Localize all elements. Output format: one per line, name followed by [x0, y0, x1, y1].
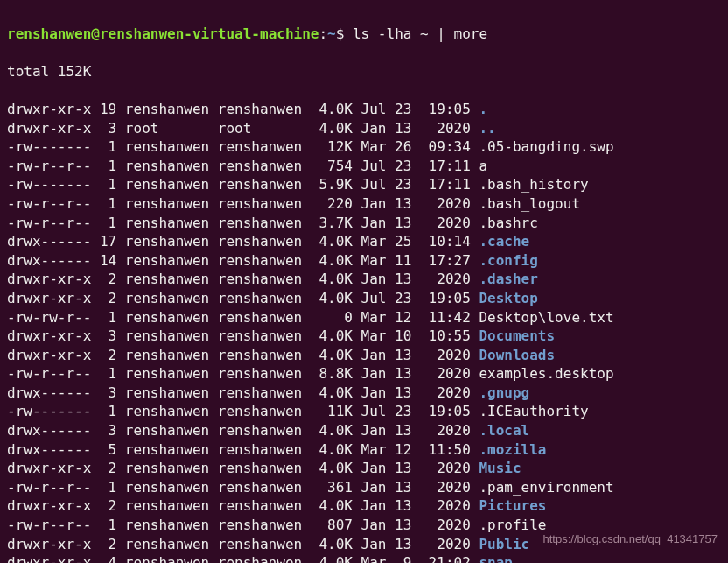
- file-date: Jul 23: [361, 157, 420, 176]
- list-item: drwxr-xr-x2 renshanwenrenshanwen4.0K Jan…: [7, 270, 721, 289]
- file-perm: drwxr-xr-x: [7, 100, 91, 119]
- file-owner: renshanwen: [125, 516, 218, 535]
- list-item: drwxr-xr-x2 renshanwenrenshanwen4.0K Jan…: [7, 496, 721, 516]
- file-size: 12K: [311, 137, 353, 157]
- file-name: .cache: [479, 233, 529, 250]
- terminal-output[interactable]: renshanwen@renshanwen-virtual-machine:~$…: [0, 0, 728, 563]
- file-group: renshanwen: [218, 308, 311, 327]
- file-owner: renshanwen: [125, 251, 218, 271]
- list-item: -rw-rw-r--1 renshanwenrenshanwen0 Mar 12…: [7, 308, 721, 327]
- file-links: 4: [91, 553, 116, 563]
- file-perm: drwxr-xr-x: [7, 327, 91, 346]
- list-item: drwxr-xr-x2 renshanwenrenshanwen4.0K Jul…: [7, 289, 721, 308]
- file-owner: renshanwen: [125, 384, 218, 403]
- file-group: renshanwen: [218, 421, 311, 440]
- file-links: 1: [91, 516, 116, 535]
- file-perm: -rw-------: [7, 402, 91, 421]
- file-size: 4.0K: [311, 232, 353, 251]
- file-owner: renshanwen: [125, 553, 218, 563]
- list-item: drwx------3 renshanwenrenshanwen4.0K Jan…: [7, 384, 721, 403]
- file-owner: renshanwen: [125, 440, 218, 460]
- file-size: 4.0K: [311, 384, 353, 403]
- file-size: 4.0K: [311, 535, 353, 554]
- file-time: 11:42: [420, 308, 471, 327]
- file-time: 17:11: [420, 175, 471, 194]
- file-links: 2: [91, 346, 116, 365]
- list-item: -rw-------1 renshanwenrenshanwen5.9K Jul…: [7, 175, 721, 194]
- file-perm: -rw-r--r--: [7, 194, 91, 214]
- file-perm: drwxr-xr-x: [7, 346, 91, 365]
- file-perm: -rw-r--r--: [7, 516, 91, 535]
- file-time: 2020: [420, 194, 471, 214]
- file-group: renshanwen: [218, 327, 311, 346]
- file-time: 2020: [420, 214, 471, 233]
- file-time: 2020: [420, 535, 471, 554]
- file-size: 8.8K: [311, 364, 353, 384]
- file-time: 2020: [420, 384, 471, 403]
- list-item: drwx------17 renshanwenrenshanwen4.0K Ma…: [7, 232, 721, 251]
- file-group: renshanwen: [218, 535, 311, 554]
- file-name: .dasher: [479, 271, 537, 287]
- file-group: renshanwen: [218, 137, 311, 157]
- file-owner: root: [125, 119, 218, 138]
- file-perm: drwxr-xr-x: [7, 289, 91, 308]
- file-links: 1: [91, 364, 116, 384]
- list-item: -rw-r--r--1 renshanwenrenshanwen220 Jan …: [7, 194, 721, 214]
- file-name: .mozilla: [479, 441, 546, 458]
- file-perm: -rw-r--r--: [7, 214, 91, 233]
- file-size: 4.0K: [311, 496, 353, 516]
- file-links: 1: [91, 402, 116, 421]
- file-name: Downloads: [479, 347, 555, 363]
- file-perm: drwxr-xr-x: [7, 270, 91, 289]
- file-group: renshanwen: [218, 214, 311, 233]
- file-links: 3: [91, 384, 116, 403]
- file-time: 2020: [420, 346, 471, 365]
- file-name: .ICEauthority: [479, 403, 588, 419]
- list-item: -rw-r--r--1 renshanwenrenshanwen3.7K Jan…: [7, 214, 721, 233]
- file-links: 1: [91, 308, 116, 327]
- file-time: 17:11: [420, 157, 471, 176]
- file-owner: renshanwen: [125, 157, 218, 176]
- file-group: renshanwen: [218, 459, 311, 478]
- prompt-host: renshanwen-virtual-machine: [100, 25, 318, 42]
- file-date: Jan 13: [361, 346, 420, 365]
- file-group: renshanwen: [218, 232, 311, 251]
- file-perm: -rw-------: [7, 137, 91, 157]
- list-item: -rw-r--r--1 renshanwenrenshanwen754 Jul …: [7, 157, 721, 176]
- file-perm: -rw-------: [7, 175, 91, 194]
- file-links: 3: [91, 119, 116, 138]
- file-links: 1: [91, 478, 116, 497]
- file-links: 2: [91, 535, 116, 554]
- file-size: 4.0K: [311, 270, 353, 289]
- file-owner: renshanwen: [125, 308, 218, 327]
- list-item: drwxr-xr-x19 renshanwenrenshanwen4.0K Ju…: [7, 100, 721, 119]
- command-text: ls -lha ~ | more: [353, 25, 487, 42]
- prompt-colon: :: [318, 25, 327, 42]
- file-date: Jul 23: [361, 289, 420, 308]
- file-size: 4.0K: [311, 440, 353, 460]
- file-owner: renshanwen: [125, 100, 218, 119]
- file-links: 5: [91, 440, 116, 460]
- list-item: -rw-------1 renshanwenrenshanwen12K Mar …: [7, 137, 721, 157]
- file-perm: drwx------: [7, 421, 91, 440]
- file-group: renshanwen: [218, 364, 311, 384]
- file-time: 2020: [420, 119, 471, 138]
- file-links: 2: [91, 496, 116, 516]
- file-group: renshanwen: [218, 440, 311, 460]
- prompt-user: renshanwen: [7, 25, 91, 42]
- file-perm: drwxr-xr-x: [7, 535, 91, 554]
- file-size: 3.7K: [311, 214, 353, 233]
- file-name: ..: [479, 120, 495, 137]
- file-size: 807: [311, 516, 353, 535]
- file-date: Jan 13: [361, 496, 420, 516]
- file-date: Jan 13: [361, 535, 420, 554]
- file-date: Jul 23: [361, 175, 420, 194]
- file-date: Mar 9: [361, 553, 420, 563]
- file-date: Mar 25: [361, 232, 420, 251]
- file-name: Public: [479, 536, 529, 552]
- file-time: 2020: [420, 364, 471, 384]
- file-size: 4.0K: [311, 251, 353, 271]
- file-listing: drwxr-xr-x19 renshanwenrenshanwen4.0K Ju…: [7, 100, 721, 563]
- file-size: 5.9K: [311, 175, 353, 194]
- file-owner: renshanwen: [125, 459, 218, 478]
